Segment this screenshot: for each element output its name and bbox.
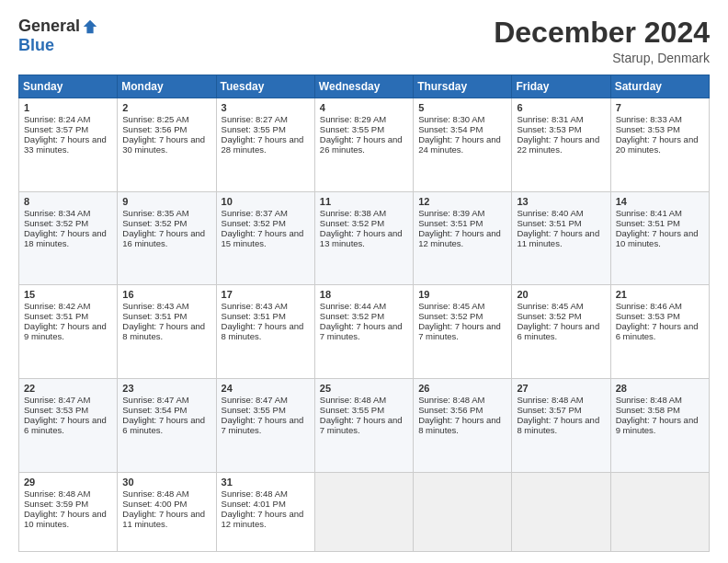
sunset-text: Sunset: 3:54 PM <box>418 124 483 134</box>
sunrise-text: Sunrise: 8:48 AM <box>24 488 90 499</box>
day-number: 13 <box>517 196 605 207</box>
table-row: 6Sunrise: 8:31 AMSunset: 3:53 PMDaylight… <box>512 98 610 192</box>
daylight-text: Daylight: 7 hours and 6 minutes. <box>517 321 599 341</box>
day-number: 18 <box>320 289 408 300</box>
sunset-text: Sunset: 3:51 PM <box>517 218 581 228</box>
sunrise-text: Sunrise: 8:39 AM <box>418 208 484 218</box>
daylight-text: Daylight: 7 hours and 28 minutes. <box>222 134 304 155</box>
sunset-text: Sunset: 3:53 PM <box>517 124 581 134</box>
calendar-week-row: 22Sunrise: 8:47 AMSunset: 3:53 PMDayligh… <box>19 379 710 473</box>
sunset-text: Sunset: 4:01 PM <box>222 499 286 509</box>
sunset-text: Sunset: 3:53 PM <box>616 124 680 134</box>
sunrise-text: Sunrise: 8:48 AM <box>616 395 682 405</box>
sunset-text: Sunset: 3:52 PM <box>222 218 286 228</box>
col-sunday: Sunday <box>19 75 118 98</box>
day-number: 22 <box>24 383 112 394</box>
logo-icon <box>82 18 98 35</box>
sunset-text: Sunset: 3:51 PM <box>616 218 680 228</box>
sunrise-text: Sunrise: 8:48 AM <box>122 488 188 499</box>
sunset-text: Sunset: 3:51 PM <box>24 311 88 321</box>
table-row: 3Sunrise: 8:27 AMSunset: 3:55 PMDaylight… <box>216 98 314 192</box>
daylight-text: Daylight: 7 hours and 20 minutes. <box>616 134 699 155</box>
day-number: 1 <box>24 102 112 113</box>
table-row: 23Sunrise: 8:47 AMSunset: 3:54 PMDayligh… <box>118 379 216 473</box>
calendar-table: Sunday Monday Tuesday Wednesday Thursday… <box>18 75 710 552</box>
svg-marker-0 <box>84 19 97 32</box>
daylight-text: Daylight: 7 hours and 10 minutes. <box>24 509 107 529</box>
day-number: 5 <box>418 102 506 113</box>
sunrise-text: Sunrise: 8:37 AM <box>222 208 288 218</box>
sunrise-text: Sunrise: 8:43 AM <box>222 301 288 311</box>
sunset-text: Sunset: 3:52 PM <box>517 311 581 321</box>
table-row: 20Sunrise: 8:45 AMSunset: 3:52 PMDayligh… <box>512 285 610 379</box>
daylight-text: Daylight: 7 hours and 7 minutes. <box>320 415 403 435</box>
table-row: 10Sunrise: 8:37 AMSunset: 3:52 PMDayligh… <box>216 191 314 285</box>
table-row: 24Sunrise: 8:47 AMSunset: 3:55 PMDayligh… <box>216 379 314 473</box>
sunset-text: Sunset: 3:57 PM <box>517 405 581 415</box>
sunrise-text: Sunrise: 8:47 AM <box>24 395 90 405</box>
daylight-text: Daylight: 7 hours and 22 minutes. <box>517 134 599 155</box>
table-row: 5Sunrise: 8:30 AMSunset: 3:54 PMDaylight… <box>414 98 512 192</box>
day-number: 15 <box>24 289 112 300</box>
day-number: 8 <box>24 196 112 207</box>
calendar-week-row: 29Sunrise: 8:48 AMSunset: 3:59 PMDayligh… <box>19 472 710 551</box>
table-row: 29Sunrise: 8:48 AMSunset: 3:59 PMDayligh… <box>19 472 118 551</box>
sunset-text: Sunset: 3:59 PM <box>24 499 88 509</box>
sunrise-text: Sunrise: 8:27 AM <box>222 114 288 124</box>
daylight-text: Daylight: 7 hours and 18 minutes. <box>24 228 107 248</box>
daylight-text: Daylight: 7 hours and 15 minutes. <box>222 228 304 248</box>
daylight-text: Daylight: 7 hours and 8 minutes. <box>122 321 205 341</box>
sunset-text: Sunset: 3:52 PM <box>320 218 384 228</box>
day-number: 19 <box>418 289 506 300</box>
sunrise-text: Sunrise: 8:45 AM <box>517 301 583 311</box>
table-row: 25Sunrise: 8:48 AMSunset: 3:55 PMDayligh… <box>314 379 413 473</box>
day-number: 31 <box>222 477 310 488</box>
table-row: 19Sunrise: 8:45 AMSunset: 3:52 PMDayligh… <box>414 285 512 379</box>
day-number: 16 <box>122 289 210 300</box>
day-number: 30 <box>122 477 210 488</box>
table-row: 2Sunrise: 8:25 AMSunset: 3:56 PMDaylight… <box>118 98 216 192</box>
sunset-text: Sunset: 3:52 PM <box>122 218 187 228</box>
day-number: 10 <box>222 196 310 207</box>
daylight-text: Daylight: 7 hours and 8 minutes. <box>222 321 304 341</box>
day-number: 9 <box>122 196 210 207</box>
calendar-header-row: Sunday Monday Tuesday Wednesday Thursday… <box>19 75 710 98</box>
table-row: 17Sunrise: 8:43 AMSunset: 3:51 PMDayligh… <box>216 285 314 379</box>
sunset-text: Sunset: 3:52 PM <box>24 218 88 228</box>
daylight-text: Daylight: 7 hours and 13 minutes. <box>320 228 403 248</box>
sunset-text: Sunset: 3:55 PM <box>320 405 384 415</box>
table-row: 8Sunrise: 8:34 AMSunset: 3:52 PMDaylight… <box>19 191 118 285</box>
daylight-text: Daylight: 7 hours and 11 minutes. <box>517 228 599 248</box>
table-row: 27Sunrise: 8:48 AMSunset: 3:57 PMDayligh… <box>512 379 610 473</box>
table-row: 30Sunrise: 8:48 AMSunset: 4:00 PMDayligh… <box>118 472 216 551</box>
day-number: 11 <box>320 196 408 207</box>
table-row: 18Sunrise: 8:44 AMSunset: 3:52 PMDayligh… <box>314 285 413 379</box>
day-number: 27 <box>517 383 605 394</box>
day-number: 21 <box>616 289 704 300</box>
daylight-text: Daylight: 7 hours and 7 minutes. <box>222 415 304 435</box>
sunrise-text: Sunrise: 8:41 AM <box>616 208 682 218</box>
daylight-text: Daylight: 7 hours and 9 minutes. <box>24 321 107 341</box>
col-wednesday: Wednesday <box>314 75 413 98</box>
table-row: 31Sunrise: 8:48 AMSunset: 4:01 PMDayligh… <box>216 472 314 551</box>
day-number: 6 <box>517 102 605 113</box>
page: General Blue December 2024 Starup, Denma… <box>0 0 728 563</box>
day-number: 7 <box>616 102 704 113</box>
daylight-text: Daylight: 7 hours and 24 minutes. <box>418 134 501 155</box>
table-row <box>314 472 413 551</box>
calendar-week-row: 1Sunrise: 8:24 AMSunset: 3:57 PMDaylight… <box>19 98 710 192</box>
location: Starup, Denmark <box>494 51 710 65</box>
sunrise-text: Sunrise: 8:45 AM <box>418 301 484 311</box>
logo-general: General <box>18 17 80 36</box>
day-number: 2 <box>122 102 210 113</box>
table-row: 22Sunrise: 8:47 AMSunset: 3:53 PMDayligh… <box>19 379 118 473</box>
sunset-text: Sunset: 4:00 PM <box>122 499 187 509</box>
sunset-text: Sunset: 3:55 PM <box>222 405 286 415</box>
table-row: 14Sunrise: 8:41 AMSunset: 3:51 PMDayligh… <box>610 191 709 285</box>
day-number: 12 <box>418 196 506 207</box>
daylight-text: Daylight: 7 hours and 7 minutes. <box>418 321 501 341</box>
sunset-text: Sunset: 3:57 PM <box>24 124 88 134</box>
title-area: December 2024 Starup, Denmark <box>494 17 710 65</box>
logo: General Blue <box>18 17 98 55</box>
sunset-text: Sunset: 3:52 PM <box>418 311 483 321</box>
